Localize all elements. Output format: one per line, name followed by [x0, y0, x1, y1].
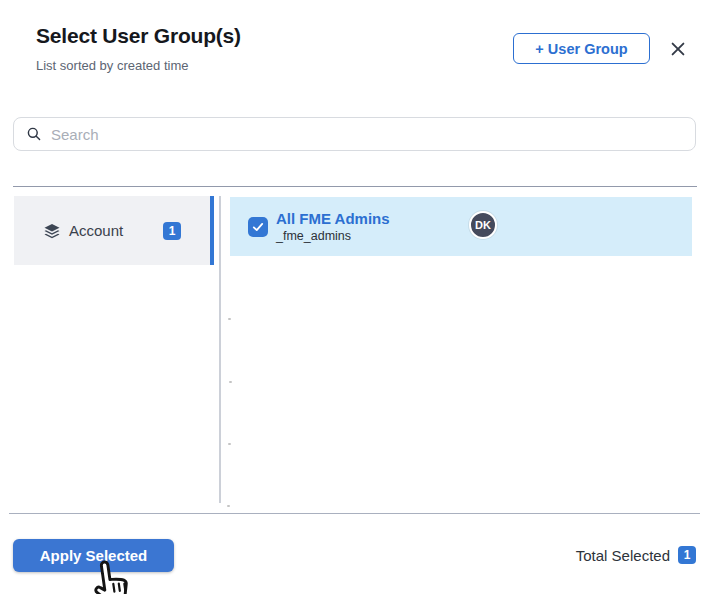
check-icon	[251, 220, 265, 234]
total-selected: Total Selected 1	[576, 546, 696, 564]
group-id: _fme_admins	[276, 229, 390, 243]
close-icon	[669, 40, 687, 61]
apply-selected-button[interactable]: Apply Selected	[13, 539, 174, 572]
search-box[interactable]	[13, 117, 696, 151]
footer-divider	[9, 513, 700, 514]
page-title: Select User Group(s)	[36, 24, 241, 48]
group-text: All FME Admins _fme_admins	[276, 210, 390, 242]
close-button[interactable]	[666, 38, 690, 62]
search-icon	[26, 126, 42, 142]
group-name[interactable]: All FME Admins	[276, 210, 390, 227]
list-placeholder-dot	[228, 318, 231, 320]
sidebar-item-account[interactable]: Account 1	[14, 196, 214, 265]
layers-icon	[42, 221, 62, 241]
add-user-group-label: + User Group	[535, 41, 627, 57]
avatar: DK	[469, 211, 497, 239]
select-user-group-modal: Select User Group(s) List sorted by crea…	[0, 0, 718, 594]
apply-selected-label: Apply Selected	[40, 547, 148, 564]
panel-divider	[219, 196, 221, 503]
active-indicator-bar	[210, 196, 214, 265]
group-list-item[interactable]: All FME Admins _fme_admins DK	[230, 197, 692, 256]
group-checkbox[interactable]	[248, 217, 268, 237]
sidebar-item-label: Account	[69, 222, 123, 239]
total-selected-badge: 1	[678, 546, 696, 564]
total-selected-label: Total Selected	[576, 547, 670, 564]
add-user-group-button[interactable]: + User Group	[513, 33, 650, 64]
header-divider	[13, 186, 697, 187]
sort-hint-text: List sorted by created time	[36, 58, 188, 73]
list-placeholder-dot	[227, 505, 230, 507]
list-placeholder-dot	[229, 381, 232, 383]
list-placeholder-dot	[228, 443, 231, 445]
sidebar-count-badge: 1	[163, 222, 181, 240]
search-input[interactable]	[51, 126, 695, 143]
